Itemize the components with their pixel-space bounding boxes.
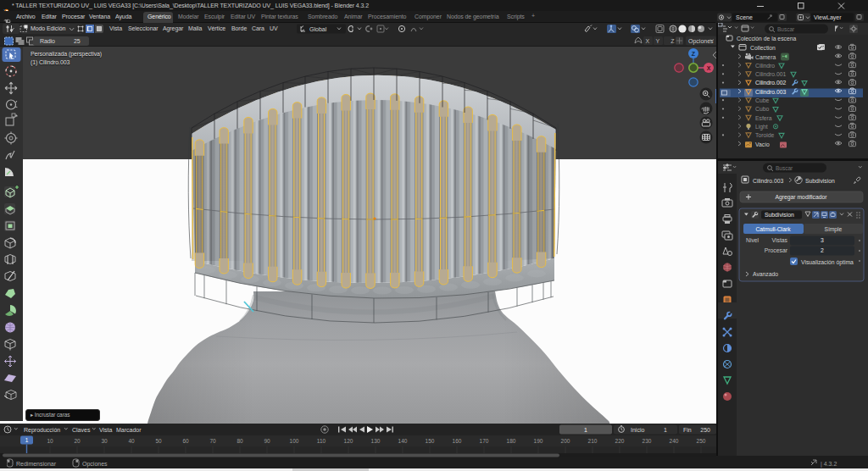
svg-text:Buscar: Buscar: [776, 165, 793, 171]
svg-text:Nivel: Nivel: [746, 237, 760, 243]
svg-text:Claves: Claves: [72, 427, 91, 433]
svg-text:Colección de la escena: Colección de la escena: [737, 36, 796, 42]
svg-text:Opciones: Opciones: [82, 461, 108, 468]
svg-text:Procesar: Procesar: [765, 247, 788, 253]
svg-text:Toroide: Toroide: [755, 132, 775, 138]
svg-text:20: 20: [74, 438, 81, 444]
svg-text:Scene: Scene: [736, 14, 753, 20]
svg-text:X: X: [646, 38, 650, 44]
svg-text:Esfera: Esfera: [755, 115, 772, 121]
svg-text:Cube: Cube: [755, 97, 769, 103]
svg-text:Catmull-Clark: Catmull-Clark: [755, 226, 791, 232]
svg-text:| 4.3.2: | 4.3.2: [821, 461, 837, 468]
svg-text:Global: Global: [309, 26, 327, 32]
svg-text:Light: Light: [755, 124, 768, 130]
svg-text:Cilindro.001: Cilindro.001: [755, 71, 786, 77]
svg-text:Subdivision: Subdivision: [805, 178, 835, 184]
svg-text:Vista: Vista: [99, 427, 113, 433]
svg-text:Simple: Simple: [825, 226, 843, 233]
svg-text:Redimensionar: Redimensionar: [16, 461, 57, 467]
svg-text:1: 1: [25, 437, 29, 443]
svg-text:Cilindro: Cilindro: [755, 63, 775, 69]
svg-text:60: 60: [182, 438, 189, 444]
svg-text:Visualización óptima: Visualización óptima: [801, 259, 854, 266]
svg-text:1: 1: [584, 427, 587, 433]
svg-text:Subdivision: Subdivision: [765, 212, 794, 218]
svg-text:140: 140: [398, 438, 408, 444]
svg-text:Camera: Camera: [755, 54, 776, 60]
svg-text:150: 150: [426, 438, 435, 444]
svg-text:220: 220: [615, 438, 625, 444]
svg-text:250: 250: [697, 438, 706, 444]
svg-text:130: 130: [371, 438, 381, 444]
svg-text:70: 70: [209, 438, 216, 444]
svg-text:210: 210: [588, 438, 598, 444]
svg-text:Agregar modificador: Agregar modificador: [775, 194, 827, 201]
svg-text:2: 2: [821, 247, 824, 253]
svg-text:190: 190: [534, 438, 543, 444]
svg-text:40: 40: [128, 438, 135, 444]
svg-text:230: 230: [643, 438, 652, 444]
svg-text:250: 250: [700, 427, 710, 433]
svg-text:Opciones: Opciones: [688, 38, 714, 45]
svg-text:100: 100: [290, 438, 299, 444]
svg-text:3: 3: [821, 237, 824, 243]
svg-text:Z: Z: [692, 51, 696, 57]
svg-text:Buscar: Buscar: [777, 26, 795, 32]
svg-text:90: 90: [264, 438, 270, 444]
svg-text:160: 160: [453, 438, 462, 444]
svg-text:Cilindro.003: Cilindro.003: [755, 89, 786, 95]
svg-text:240: 240: [670, 438, 679, 444]
svg-text:170: 170: [480, 438, 489, 444]
svg-text:Marcador: Marcador: [116, 427, 142, 433]
svg-text:180: 180: [507, 438, 516, 444]
svg-text:Y: Y: [656, 38, 660, 44]
svg-text:Reproducción: Reproducción: [24, 427, 60, 434]
svg-text:50: 50: [155, 438, 162, 444]
svg-text:X: X: [707, 65, 711, 71]
svg-text:Avanzado: Avanzado: [753, 271, 778, 277]
svg-text:Collection: Collection: [750, 45, 776, 51]
svg-text:Inicio: Inicio: [631, 427, 644, 433]
svg-text:ViewLayer: ViewLayer: [814, 14, 842, 21]
svg-text:200: 200: [561, 438, 570, 444]
svg-text:Fin: Fin: [683, 427, 692, 433]
svg-text:80: 80: [236, 438, 243, 444]
svg-text:Cilindro.002: Cilindro.002: [755, 80, 786, 86]
svg-text:Cubo: Cubo: [755, 106, 769, 112]
svg-text:110: 110: [317, 438, 326, 444]
svg-text:10: 10: [47, 438, 53, 444]
svg-text:Z: Z: [670, 38, 675, 44]
svg-text:Vacío: Vacío: [755, 141, 770, 147]
svg-text:120: 120: [344, 438, 353, 444]
svg-text:Cilindro.003: Cilindro.003: [753, 178, 783, 184]
svg-text:1: 1: [664, 427, 667, 433]
svg-text:30: 30: [101, 438, 108, 444]
svg-text:Vistas: Vistas: [772, 237, 788, 243]
